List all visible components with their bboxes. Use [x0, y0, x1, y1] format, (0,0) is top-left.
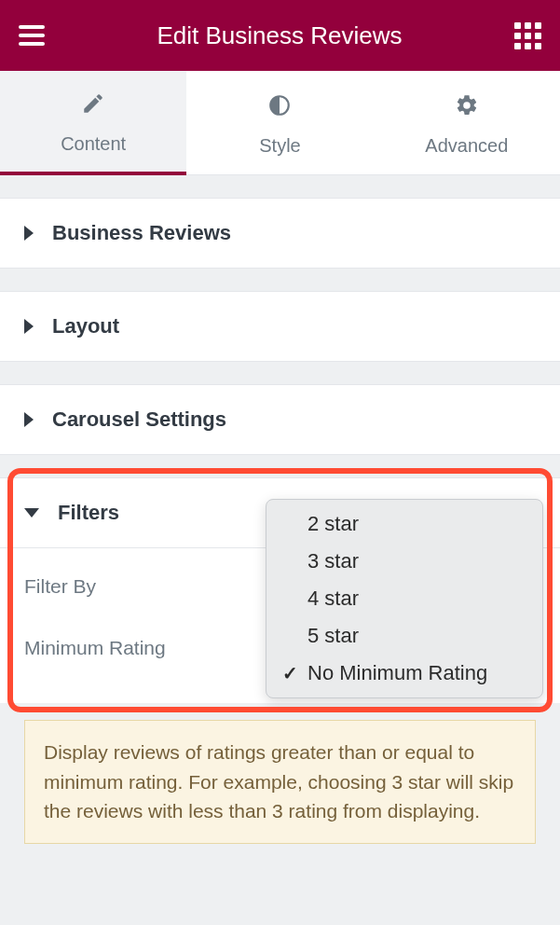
section-title: Carousel Settings: [52, 407, 226, 432]
tab-label: Advanced: [425, 135, 508, 157]
tab-advanced[interactable]: Advanced: [374, 71, 560, 174]
dropdown-option-label: 2 star: [307, 512, 359, 536]
gear-icon: [455, 93, 479, 124]
section-layout: Layout: [0, 291, 560, 362]
chevron-right-icon: [24, 412, 34, 427]
apps-grid-icon[interactable]: [514, 22, 541, 49]
section-header-carousel[interactable]: Carousel Settings: [0, 385, 560, 454]
dropdown-option-label: 4 star: [307, 587, 359, 611]
dropdown-option-label: 5 star: [307, 624, 359, 648]
header-title: Edit Business Reviews: [45, 21, 514, 50]
section-title: Business Reviews: [52, 221, 231, 245]
section-header-layout[interactable]: Layout: [0, 292, 560, 361]
dropdown-option[interactable]: 3 star: [266, 543, 542, 580]
section-business-reviews: Business Reviews: [0, 198, 560, 269]
info-box: Display reviews of ratings greater than …: [24, 720, 536, 844]
dropdown-option-label: 3 star: [307, 549, 359, 573]
contrast-icon: [267, 93, 292, 124]
dropdown-option-label: No Minimum Rating: [307, 661, 487, 685]
minimum-rating-dropdown[interactable]: 2 star 3 star 4 star 5 star ✓ No Minimum…: [266, 499, 543, 698]
dropdown-option[interactable]: 5 star: [266, 617, 542, 655]
highlighted-region: Filters Filter By Minimum Rating 2 star …: [0, 477, 560, 703]
chevron-right-icon: [24, 226, 34, 241]
section-filters: Filters Filter By Minimum Rating 2 star …: [0, 477, 560, 703]
chevron-right-icon: [24, 319, 34, 334]
chevron-down-icon: [24, 508, 39, 518]
tabs-bar: Content Style Advanced: [0, 71, 560, 175]
app-header: Edit Business Reviews: [0, 0, 560, 71]
tab-style[interactable]: Style: [186, 71, 373, 174]
tab-label: Style: [259, 135, 300, 157]
dropdown-option-selected[interactable]: ✓ No Minimum Rating: [266, 655, 542, 692]
field-label: Filter By: [24, 575, 96, 598]
section-header-business-reviews[interactable]: Business Reviews: [0, 199, 560, 268]
menu-icon[interactable]: [19, 25, 45, 46]
check-icon: ✓: [280, 662, 300, 684]
dropdown-option[interactable]: 2 star: [266, 505, 542, 543]
tab-content[interactable]: Content: [0, 71, 186, 175]
info-text: Display reviews of ratings greater than …: [44, 741, 513, 821]
tab-label: Content: [61, 133, 126, 155]
field-label: Minimum Rating: [24, 637, 166, 659]
section-title: Filters: [58, 501, 119, 525]
section-carousel: Carousel Settings: [0, 384, 560, 455]
section-title: Layout: [52, 314, 119, 338]
dropdown-option[interactable]: 4 star: [266, 580, 542, 617]
panel-body: Business Reviews Layout Carousel Setting…: [0, 198, 560, 844]
pencil-icon: [81, 91, 105, 122]
